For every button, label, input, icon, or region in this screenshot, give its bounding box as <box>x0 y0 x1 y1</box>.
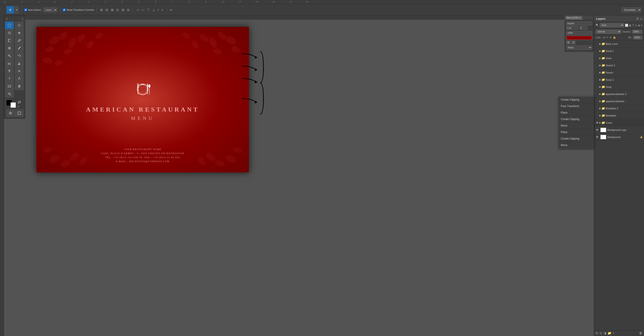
layer-vis-appetizer2[interactable] <box>595 92 599 96</box>
zoom-tool[interactable] <box>5 90 14 97</box>
layer-item-drink[interactable]: ▶ 📁 Drink <box>594 55 644 62</box>
layer-expand-soup[interactable]: ▶ <box>599 86 601 88</box>
layer-item-bg-copy[interactable]: 👁 Background copy <box>594 126 644 133</box>
distribute-centers-vertical-btn[interactable]: ⊦ <box>157 8 160 12</box>
toolbox-collapse-btn[interactable]: » <box>22 17 23 20</box>
align-centers-horizontal-btn[interactable]: ⊟ <box>105 8 109 12</box>
ctx-create-clipping-3[interactable]: Create Clipping <box>558 135 594 142</box>
layer-vis-breakfast2[interactable] <box>595 106 599 110</box>
leading-input[interactable] <box>580 26 587 30</box>
layer-vis-bg-copy[interactable]: 👁 <box>595 128 599 132</box>
add-mask-btn[interactable]: ⊙ <box>600 331 602 335</box>
opacity-input[interactable] <box>632 30 642 34</box>
distribute-left-btn[interactable]: ⊣ <box>136 8 139 12</box>
align-left-edges-btn[interactable]: ⊞ <box>100 8 103 12</box>
align-top-edges-btn[interactable]: ⊡ <box>116 8 120 12</box>
blend-mode-select[interactable]: Normal <box>596 30 621 34</box>
ctx-create-clipping-2[interactable]: Create Clipping <box>558 116 594 122</box>
add-adjustment-btn[interactable]: ◑ <box>604 331 606 335</box>
layer-expand-desert[interactable]: ▶ <box>599 71 601 74</box>
layer-vis-breakfast[interactable] <box>595 114 599 118</box>
magic-wand-tool[interactable] <box>15 29 24 37</box>
layer-item-back-cover[interactable]: ▶ 📁 Back cover <box>594 40 644 48</box>
lasso-tool[interactable] <box>5 29 14 37</box>
distribute-bottom-btn[interactable]: ⊧ <box>162 8 164 12</box>
italic-btn[interactable]: T <box>571 41 576 44</box>
ctx-place-2[interactable]: Place <box>558 129 594 135</box>
layer-item-appetizer[interactable]: ▶ 📁 appetizer&starter <box>594 98 644 105</box>
layers-panel-menu-btn[interactable]: ☰ <box>636 17 639 20</box>
ctx-move-2[interactable]: Move <box>558 142 594 148</box>
layer-vis-appetizer[interactable] <box>595 99 599 103</box>
filter-adj-icon[interactable]: ◐ <box>629 24 632 27</box>
show-transform-checkbox[interactable] <box>63 9 66 11</box>
layer-item-desert[interactable]: ▶ 📁 Desert <box>594 69 644 76</box>
layer-item-drink2[interactable]: ▶ 📁 Drink 2 <box>594 48 644 55</box>
filter-pixel-icon[interactable]: ⬜ <box>625 24 628 27</box>
font-size-input[interactable] <box>566 26 578 30</box>
rectangle-tool[interactable] <box>5 83 14 90</box>
quick-mask-btn[interactable] <box>6 109 14 117</box>
ctx-move-1[interactable]: Move <box>558 122 594 129</box>
pen-tool[interactable] <box>15 67 24 75</box>
ctx-create-clipping-1[interactable]: Create Clipping <box>558 97 594 103</box>
distribute-right-btn[interactable]: ⊤ <box>146 8 150 12</box>
layer-vis-soup[interactable] <box>595 85 599 89</box>
arrange-btn[interactable]: ⊨ <box>170 8 173 12</box>
lock-position-btn[interactable]: ✛ <box>610 36 612 39</box>
zoom-input[interactable] <box>566 31 592 35</box>
clone-stamp-tool[interactable] <box>5 52 14 59</box>
history-brush-tool[interactable] <box>15 52 24 59</box>
layer-item-breakfast2[interactable]: ▶ 📁 Breakfast 2 <box>594 105 644 112</box>
layer-expand-drink2[interactable]: ▶ <box>599 50 601 52</box>
layer-item-soup2[interactable]: ▶ 📁 Soup 2 <box>594 76 644 83</box>
anti-alias-select[interactable]: Sharp <box>566 46 592 50</box>
distribute-centers-horizontal-btn[interactable]: ⊢ <box>141 8 145 12</box>
bold-btn[interactable]: T <box>566 41 570 44</box>
layer-vis-soup2[interactable] <box>595 78 599 82</box>
char-panel-tab[interactable]: Menu-ID38 co <box>565 16 582 20</box>
align-right-edges-btn[interactable]: ⊠ <box>110 8 114 12</box>
layer-item-appetizer2[interactable]: ▶ 📁 appetizer&starter 2 <box>594 90 644 98</box>
layer-item-desert2[interactable]: ▶ 📁 Desert 2 <box>594 62 644 69</box>
layers-panel-collapse-btn[interactable]: « <box>640 17 642 20</box>
layer-expand-breakfast2[interactable]: ▶ <box>599 107 601 109</box>
filter-kind-select[interactable]: Kind <box>600 23 624 27</box>
auto-select-dropdown[interactable]: Layer Group <box>43 8 57 12</box>
background-color-swatch[interactable] <box>10 102 16 108</box>
layer-item-breakfast[interactable]: ▶ 📁 Breakfast <box>594 112 644 119</box>
layer-vis-back-cover[interactable] <box>595 42 599 46</box>
move-tool-arrow[interactable]: ▼ <box>15 6 19 14</box>
screen-mode-btn[interactable] <box>15 109 24 117</box>
layer-vis-drink[interactable] <box>595 56 599 60</box>
filter-toggle[interactable]: ● <box>641 24 642 27</box>
align-centers-vertical-btn[interactable]: ⊞ <box>121 8 125 12</box>
crop-tool[interactable] <box>5 37 14 44</box>
add-layer-style-btn[interactable]: fx <box>596 331 598 335</box>
layer-expand-drink[interactable]: ▶ <box>599 57 601 59</box>
auto-select-checkbox[interactable] <box>24 9 27 11</box>
reset-colors-btn[interactable]: ↺ <box>18 105 21 108</box>
healing-brush-tool[interactable] <box>5 45 14 52</box>
paint-bucket-tool[interactable] <box>15 60 24 67</box>
font-style-input[interactable] <box>566 22 592 25</box>
add-group-btn[interactable]: 📁 <box>608 331 611 335</box>
swap-colors-btn[interactable]: ⇄ <box>18 100 21 105</box>
layer-item-soup[interactable]: ▶ 📁 Soup <box>594 83 644 90</box>
layer-vis-bg[interactable]: 👁 <box>595 135 599 139</box>
ctx-free-transform[interactable]: Free Transform <box>558 103 594 109</box>
layer-vis-desert[interactable] <box>595 71 599 75</box>
path-selection-tool[interactable] <box>15 75 24 82</box>
auto-select-label[interactable]: Auto-Select: <box>24 9 41 11</box>
layer-item-bg[interactable]: 👁 Background 🔒 <box>594 133 644 141</box>
workspace-select[interactable]: Essentials <box>622 8 641 12</box>
hand-tool[interactable] <box>15 83 24 90</box>
marquee-tool[interactable] <box>5 22 14 29</box>
show-transform-label[interactable]: Show Transform Controls <box>63 9 94 11</box>
move-tool[interactable] <box>15 22 24 29</box>
move-tool-btn[interactable] <box>7 6 14 14</box>
brush-tool[interactable] <box>15 45 24 52</box>
layer-expand-appetizer[interactable]: ▶ <box>599 100 601 102</box>
delete-layer-btn[interactable]: 🗑 <box>639 331 642 335</box>
layer-item-cover[interactable]: 👁 ▶ 📁 Cover <box>594 119 644 126</box>
